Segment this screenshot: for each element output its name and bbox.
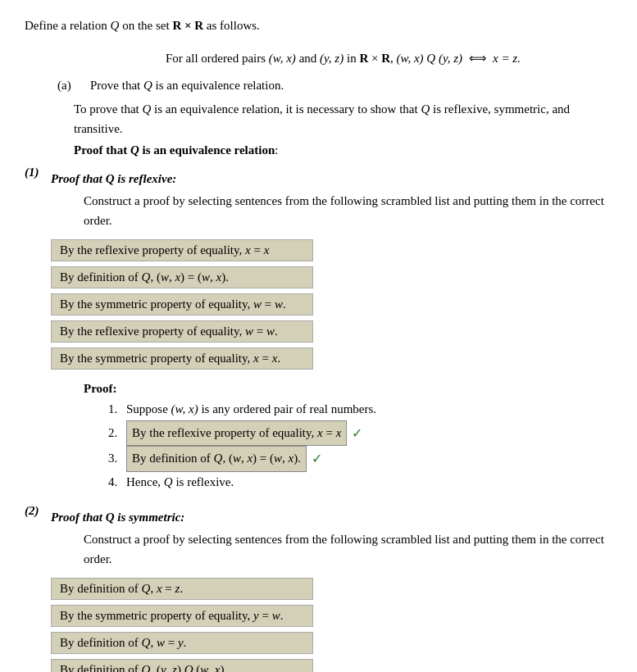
proof-step-1: 1. Suppose (w, x) is any ordered pair of…: [108, 399, 612, 420]
proof-1: Proof: 1. Suppose (w, x) is any ordered …: [84, 382, 612, 493]
section-1-instruction: Construct a proof by selecting sentences…: [84, 191, 612, 230]
problem-statement: Define a relation Q on the set R × R as …: [25, 16, 612, 35]
check-icon-2: ✓: [352, 422, 362, 444]
part-a: (a) Prove that Q is an equivalence relat…: [57, 76, 612, 95]
scramble-item-5[interactable]: By the symmetric property of equality, x…: [51, 347, 313, 370]
scramble-item-2[interactable]: By definition of Q, (w, x) = (w, x).: [51, 266, 313, 288]
section-1-number: (1): [25, 166, 51, 179]
part-a-task: Prove that Q is an equivalence relation.: [90, 76, 612, 95]
scramble-2-item-1[interactable]: By definition of Q, x = z.: [51, 578, 313, 600]
scramble-item-4[interactable]: By the reflexive property of equality, w…: [51, 320, 313, 343]
proof-step-3: 3. By definition of Q, (w, x) = (w, x). …: [108, 446, 612, 472]
define-text: Define a relation Q on the set R × R as …: [25, 19, 260, 32]
section-1-heading: Proof that Q is reflexive:: [51, 172, 612, 186]
scramble-2-item-3[interactable]: By definition of Q, w = y.: [51, 632, 313, 654]
relation-definition: For all ordered pairs (w, x) and (y, z) …: [74, 48, 612, 68]
scramble-item-3[interactable]: By the symmetric property of equality, w…: [51, 293, 313, 316]
section-2-heading: Proof that Q is symmetric:: [51, 511, 612, 524]
proof-step-2: 2. By the reflexive property of equality…: [108, 420, 612, 447]
check-icon-3: ✓: [312, 447, 322, 470]
proof-step-4: 4. Hence, Q is reflexive.: [108, 472, 612, 493]
scrambled-list-1: By the reflexive property of equality, x…: [51, 237, 612, 372]
scramble-2-item-4[interactable]: By definition of Q, (y, z) Q (w, x).: [51, 659, 313, 672]
section-2-symmetric: (2) Proof that Q is symmetric: Construct…: [25, 504, 612, 672]
section-2-instruction: Construct a proof by selecting sentences…: [84, 529, 612, 569]
section-2-number: (2): [25, 504, 51, 518]
part-a-intro: To prove that Q is an equivalence relati…: [74, 99, 612, 138]
section-1-reflexive: (1) Proof that Q is reflexive: Construct…: [25, 166, 612, 493]
proof-1-label: Proof:: [84, 382, 612, 396]
scramble-2-item-2[interactable]: By the symmetric property of equality, y…: [51, 605, 313, 627]
scrambled-list-2: By definition of Q, x = z. By the symmet…: [51, 575, 612, 672]
proof-1-steps: 1. Suppose (w, x) is any ordered pair of…: [108, 399, 612, 493]
proof-main-heading: Proof that Q is an equivalence relation:: [74, 143, 612, 157]
part-a-label: (a): [57, 76, 90, 95]
scramble-item-1[interactable]: By the reflexive property of equality, x…: [51, 239, 313, 261]
